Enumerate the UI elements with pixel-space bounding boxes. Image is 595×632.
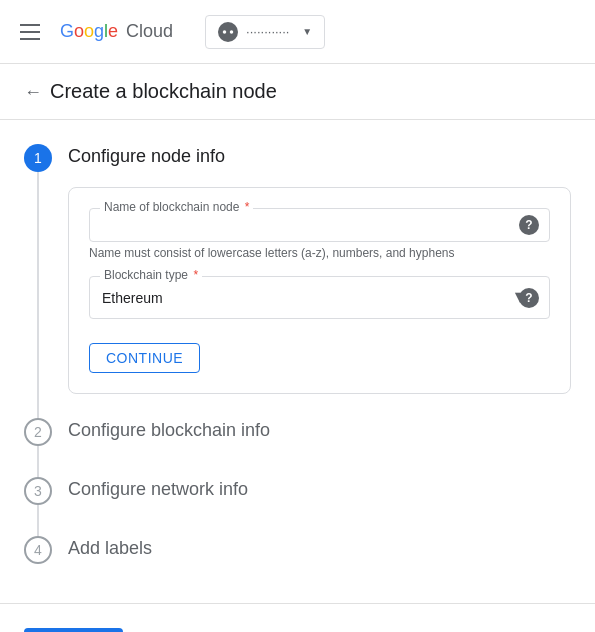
type-field-label: Blockchain type * <box>100 268 202 282</box>
project-selector[interactable]: ············ ▼ <box>205 15 325 49</box>
step-2-left: 2 <box>24 418 52 477</box>
logo-o-red: o <box>74 21 84 42</box>
name-hint: Name must consist of lowercase letters (… <box>89 246 550 260</box>
cancel-button[interactable]: CANCEL <box>139 628 231 632</box>
chevron-down-icon: ▼ <box>302 26 312 37</box>
name-input-wrapper: Name of blockchain node * ? <box>89 208 550 242</box>
continue-button[interactable]: CONTINUE <box>89 343 200 373</box>
step-4-row: 4 Add labels <box>24 536 571 595</box>
cloud-label: Cloud <box>126 21 173 42</box>
step-3-row: 3 Configure network info <box>24 477 571 536</box>
project-name: ············ <box>246 24 294 39</box>
step-3-title: Configure network info <box>68 477 571 500</box>
step-1-title: Configure node info <box>68 144 571 167</box>
step-3-connector <box>37 505 39 536</box>
name-required-star: * <box>241 200 249 214</box>
logo-g2-blue: g <box>94 21 104 42</box>
main-content: 1 Configure node info Name of blockchain… <box>0 120 595 595</box>
blockchain-type-value: Ethereum <box>102 290 511 306</box>
type-field-container: Blockchain type * Ethereum ▼ ? <box>89 276 550 319</box>
step-4-title: Add labels <box>68 536 571 559</box>
menu-icon[interactable] <box>16 20 44 44</box>
back-arrow-icon[interactable]: ← <box>24 83 42 101</box>
top-nav: G o o g l e Cloud ············ ▼ <box>0 0 595 64</box>
svg-point-1 <box>230 30 234 34</box>
step-3-badge: 3 <box>24 477 52 505</box>
step-1-left: 1 <box>24 144 52 418</box>
step-2-title: Configure blockchain info <box>68 418 571 441</box>
logo-e-red: e <box>108 21 118 42</box>
step-3-content: Configure network info <box>68 477 571 536</box>
step-2-row: 2 Configure blockchain info <box>24 418 571 477</box>
bottom-actions: CREATE CANCEL <box>0 603 595 632</box>
type-required-star: * <box>190 268 198 282</box>
logo-g-blue: G <box>60 21 74 42</box>
google-text: G o o g l e <box>60 21 118 42</box>
step-1-row: 1 Configure node info Name of blockchain… <box>24 144 571 418</box>
blockchain-type-wrapper: Blockchain type * Ethereum ▼ ? <box>89 276 550 319</box>
step-2-connector <box>37 446 39 477</box>
logo-o-yellow: o <box>84 21 94 42</box>
step-4-badge: 4 <box>24 536 52 564</box>
step-1-form: Name of blockchain node * ? Name must co… <box>68 187 571 394</box>
name-field-label: Name of blockchain node * <box>100 200 253 214</box>
type-help-icon[interactable]: ? <box>519 288 539 308</box>
name-help-icon[interactable]: ? <box>519 215 539 235</box>
svg-point-0 <box>223 30 227 34</box>
google-cloud-logo: G o o g l e Cloud <box>60 21 173 42</box>
step-4-left: 4 <box>24 536 52 595</box>
project-icon <box>218 22 238 42</box>
step-4-content: Add labels <box>68 536 571 595</box>
page-title: Create a blockchain node <box>50 80 277 103</box>
step-1-content: Configure node info Name of blockchain n… <box>68 144 571 418</box>
create-button[interactable]: CREATE <box>24 628 123 632</box>
name-field-container: Name of blockchain node * ? Name must co… <box>89 208 550 260</box>
step-2-content: Configure blockchain info <box>68 418 571 477</box>
name-input[interactable] <box>102 217 509 233</box>
dots-icon <box>221 25 235 39</box>
step-1-badge: 1 <box>24 144 52 172</box>
back-nav: ← Create a blockchain node <box>0 64 595 120</box>
step-2-badge: 2 <box>24 418 52 446</box>
step-1-connector <box>37 172 39 418</box>
step-3-left: 3 <box>24 477 52 536</box>
